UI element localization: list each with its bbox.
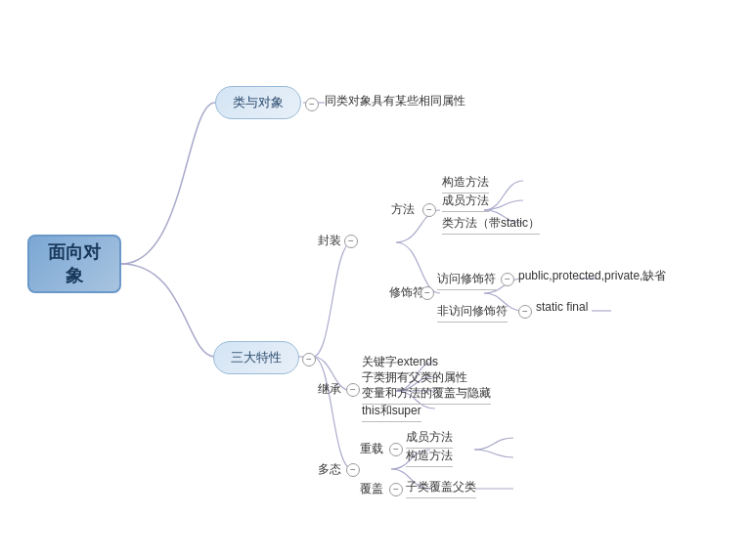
node-jicheng: 继承: [318, 381, 341, 398]
node-nonaccess-extra: static final: [536, 300, 588, 314]
node-lei-description: 同类对象具有某些相同属性: [325, 93, 465, 109]
root-node: 面向对象: [27, 235, 121, 293]
node-san-da[interactable]: 三大特性: [213, 341, 299, 374]
collapse-chongzai[interactable]: −: [389, 441, 403, 456]
collapse-fangfa[interactable]: −: [422, 201, 436, 217]
node-feifangwen-xiushi: 非访问修饰符: [437, 303, 508, 323]
node-xiushi: 修饰符: [389, 284, 424, 301]
collapse-fangwen[interactable]: −: [501, 271, 514, 286]
node-jicheng-c2: 变量和方法的覆盖与隐藏: [362, 385, 491, 405]
node-lei-yu-duixiang[interactable]: 类与对象: [215, 86, 301, 119]
node-fugai-c0: 子类覆盖父类: [406, 479, 476, 498]
collapse-duotai[interactable]: −: [346, 461, 360, 477]
node-fangfa: 方法: [391, 201, 415, 218]
collapse-san-da[interactable]: −: [302, 351, 316, 366]
collapse-lei-yu-duixiang[interactable]: −: [305, 96, 319, 111]
node-fengzhuang: 封装: [318, 233, 341, 249]
collapse-fengzhuang[interactable]: −: [344, 233, 358, 248]
node-jicheng-c3: this和super: [362, 403, 421, 422]
node-chongzai-c1: 构造方法: [406, 448, 453, 467]
collapse-jicheng[interactable]: −: [346, 381, 360, 397]
node-lei-fangfa: 类方法（带static）: [442, 215, 540, 235]
node-fugai: 覆盖: [360, 481, 383, 497]
node-access-extra: public,protected,private,缺省: [518, 268, 666, 284]
node-fangwen-xiushi: 访问修饰符: [437, 271, 496, 290]
node-duotai: 多态: [318, 461, 341, 478]
root-label: 面向对象: [45, 240, 104, 287]
node-chongzai-c0: 成员方法: [406, 429, 453, 449]
node-chengyuan-fangfa: 成员方法: [442, 193, 489, 212]
collapse-feifangwen[interactable]: −: [518, 303, 532, 319]
node-gouzao: 构造方法: [442, 174, 489, 194]
collapse-xiushi[interactable]: −: [420, 284, 434, 300]
node-label: 类与对象: [233, 94, 284, 111]
node-label: 三大特性: [231, 349, 282, 366]
node-chongzai: 重载: [360, 441, 383, 457]
collapse-fugai[interactable]: −: [389, 481, 403, 496]
